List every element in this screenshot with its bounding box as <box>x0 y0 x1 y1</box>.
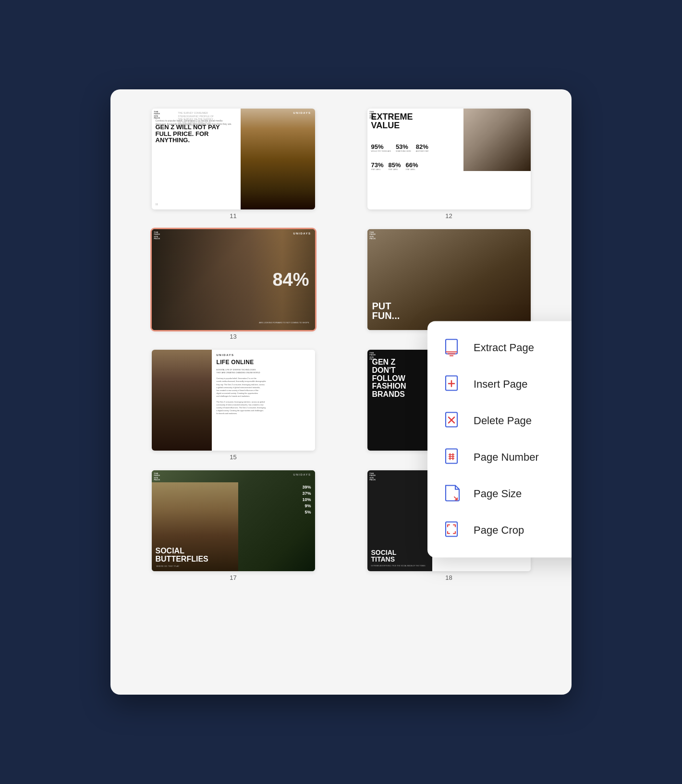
page-thumb-17[interactable]: THE FASH ION PACK UNIDAYS SOCIALBUTTERFL… <box>152 470 315 571</box>
page-12-headline: EXTREMEVALUE <box>371 112 413 130</box>
page-thumb-11[interactable]: THE FASH ION PACK THE SURVEY CONSUMER ST… <box>152 109 315 209</box>
brand-logo-11: THE FASH ION PACK <box>154 111 160 120</box>
page-14-text: PUTFUN... <box>372 301 400 320</box>
menu-label-delete: Delete Page <box>474 415 532 427</box>
brand-logo-17: THE FASH ION PACK <box>154 473 160 481</box>
menu-label-pagenumber: Page Number <box>474 451 539 464</box>
page-thumb-13[interactable]: 84% ARE LOOKING FORWARD TO NOT COMING TO… <box>152 229 315 330</box>
menu-label-pagecrop: Page Crop <box>474 524 524 537</box>
menu-item-pagesize[interactable]: Page Size <box>427 476 572 512</box>
page-thumb-15[interactable]: UNIDAYS LIFE ONLINE A DIGITAL LIFE OF DI… <box>152 350 315 451</box>
page-18-left: THE FASH ION PACK SOCIALTITANS EXTREME A… <box>367 470 435 571</box>
page-number-17: 17 <box>230 574 236 581</box>
svg-rect-17 <box>446 522 457 536</box>
page-size-icon <box>441 482 464 505</box>
page-number-12: 12 <box>445 212 452 220</box>
page-number-11: 11 <box>230 212 236 220</box>
page-15-photo <box>152 350 214 451</box>
unidays-brand-13: UNIDAYS <box>293 232 311 235</box>
menu-item-pagenumber[interactable]: Page Number <box>427 439 572 476</box>
page-item-13[interactable]: 84% ARE LOOKING FORWARD TO NOT COMING TO… <box>130 229 337 340</box>
main-panel: THE FASH ION PACK THE SURVEY CONSUMER ST… <box>110 89 572 695</box>
page-13-subtext: ARE LOOKING FORWARD TO NOT COMING TO SHO… <box>259 321 309 324</box>
menu-item-insert[interactable]: Insert Page <box>427 366 572 403</box>
page-15-body: A DIGITAL LIFE OF DIVERSE TECHNOLOGIES T… <box>217 368 310 415</box>
page-12-stats: 95% WOULD TRY THESE ADS 53% SOMETHING HE… <box>371 143 429 153</box>
page-11-left: THE FASH ION PACK THE SURVEY CONSUMER ST… <box>152 109 241 209</box>
page-17-headline: SOCIALBUTTERFLIES <box>156 547 208 564</box>
unidays-brand-15: UNIDAYS <box>217 354 310 356</box>
extract-page-icon <box>441 336 464 359</box>
page-15-right: UNIDAYS LIFE ONLINE A DIGITAL LIFE OF DI… <box>212 350 315 451</box>
delete-page-icon <box>441 409 464 432</box>
svg-rect-10 <box>446 449 457 463</box>
brand-logo-14: THE FASH ION PACK <box>370 232 376 240</box>
menu-label-insert: Insert Page <box>474 378 528 391</box>
page-number-13: 13 <box>230 333 236 340</box>
menu-item-delete[interactable]: Delete Page <box>427 403 572 439</box>
page-item-12[interactable]: THE FASH ION PACK UNIDAYS EXTREMEVALUE 9… <box>345 109 552 220</box>
page-12-stats2: 73% STAT LABEL 85% STAT LABEL 66% STAT L… <box>371 161 418 171</box>
page-item-15[interactable]: UNIDAYS LIFE ONLINE A DIGITAL LIFE OF DI… <box>130 350 337 461</box>
unidays-brand-17: UNIDAYS <box>293 473 311 476</box>
menu-item-pagecrop[interactable]: Page Crop <box>427 512 572 549</box>
menu-item-extract[interactable]: Extract Page <box>427 330 572 366</box>
page-number-icon <box>441 446 464 469</box>
brand-logo-18: THE FASH ION PACK <box>370 473 376 481</box>
page-item-17[interactable]: THE FASH ION PACK UNIDAYS SOCIALBUTTERFL… <box>130 470 337 581</box>
page-thumb-12[interactable]: THE FASH ION PACK UNIDAYS EXTREMEVALUE 9… <box>367 109 531 209</box>
page-17-stats: 39% 37% 10% 9% 5% <box>302 485 311 514</box>
page-number-15: 15 <box>230 453 236 461</box>
page-11-headline: GEN Z WILL NOT PAY FULL PRICE. FOR ANYTH… <box>156 124 232 144</box>
page-number-18: 18 <box>445 574 452 581</box>
insert-page-icon <box>441 373 464 396</box>
page-item-11[interactable]: THE FASH ION PACK THE SURVEY CONSUMER ST… <box>130 109 337 220</box>
page-17-subheadline: WHERE DO THEY PLAY <box>157 565 180 567</box>
page-13-text: 84% <box>272 270 309 289</box>
page-crop-icon <box>441 519 464 542</box>
page-18-headline: SOCIALTITANS <box>371 549 397 563</box>
brand-logo-13: THE FASH ION PACK <box>154 232 160 240</box>
menu-label-pagesize: Page Size <box>474 488 522 500</box>
page-15-headline: LIFE ONLINE <box>217 359 310 366</box>
page-16-headline: GEN ZDON'TFOLLOWFASHIONBRANDS <box>372 358 406 399</box>
context-menu: Extract Page Insert Page <box>427 321 572 557</box>
menu-label-extract: Extract Page <box>474 342 534 354</box>
unidays-brand-11: UNIDAYS <box>293 111 311 114</box>
page-11-photo <box>241 109 315 209</box>
page-thumb-14[interactable]: THE FASH ION PACK PUTFUN... <box>367 229 531 330</box>
app-container: THE FASH ION PACK THE SURVEY CONSUMER ST… <box>58 51 624 733</box>
page-11-number: 11 <box>156 203 158 206</box>
page-12-photo <box>463 109 531 171</box>
page-18-subtext: EXTREME ADVERTISING: TRUE THE SOCIAL MED… <box>371 565 426 567</box>
